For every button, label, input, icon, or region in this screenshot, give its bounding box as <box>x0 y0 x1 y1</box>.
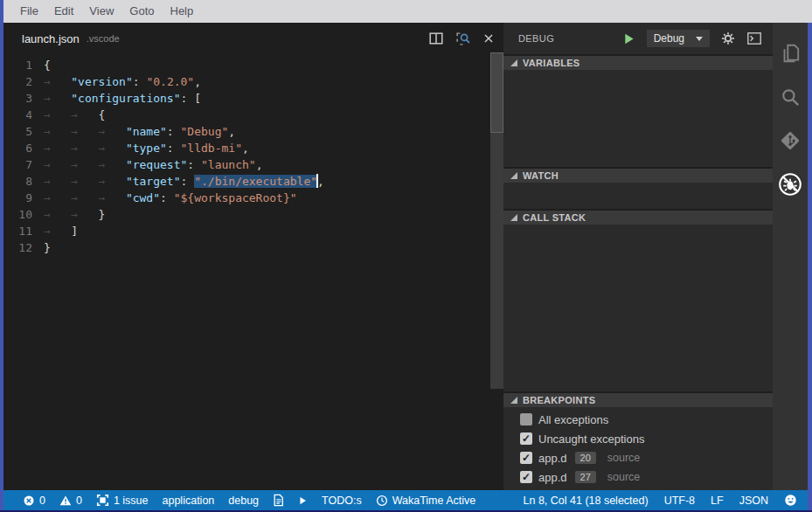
call-stack-panel[interactable] <box>503 225 773 391</box>
section-header-breakpoints[interactable]: BREAKPOINTS <box>503 391 773 407</box>
launch-configuration-dropdown[interactable]: Debug <box>647 30 710 47</box>
line-number[interactable]: 7 <box>3 156 44 173</box>
explorer-icon[interactable] <box>773 33 808 77</box>
breakpoint-label: Uncaught exceptions <box>538 432 644 446</box>
line-number[interactable]: 1 <box>3 57 44 73</box>
breakpoint-row[interactable]: ✓app.d27source <box>503 467 773 487</box>
section-header-watch[interactable]: WATCH <box>503 167 773 183</box>
line-number[interactable]: 8 <box>3 173 44 190</box>
line-number[interactable]: 11 <box>3 223 44 239</box>
tab-whitespace-icon: → <box>71 140 98 156</box>
scrollbar-slider[interactable] <box>490 52 503 133</box>
line-number[interactable]: 10 <box>3 206 44 223</box>
status-label: WakaTime Active <box>392 495 476 507</box>
code-token: { <box>44 59 51 72</box>
code-line[interactable]: 2→"version": "0.2.0", <box>3 73 490 90</box>
code-line[interactable]: 12} <box>3 239 490 256</box>
run-icon[interactable] <box>298 495 308 506</box>
code-token: "0.2.0" <box>146 75 194 88</box>
tab-whitespace-icon: → <box>44 190 71 206</box>
code-line[interactable]: 3→"configurations": [ <box>3 90 490 107</box>
checkbox-checked[interactable]: ✓ <box>520 452 532 464</box>
code-token: "lldb-mi" <box>181 142 242 155</box>
section-label: VARIABLES <box>523 58 580 68</box>
debug-icon[interactable] <box>773 164 808 208</box>
debug-toolbar: DEBUG Debug <box>503 23 773 54</box>
close-editor-icon[interactable] <box>482 32 495 45</box>
section-label: BREAKPOINTS <box>523 395 595 405</box>
tab-whitespace-icon: → <box>71 206 98 223</box>
todos[interactable]: TODO:s <box>322 495 362 507</box>
line-number[interactable]: 4 <box>3 107 44 123</box>
code-editor[interactable]: 1{2→"version": "0.2.0",3→"configurations… <box>3 54 490 490</box>
code-token: : <box>181 175 195 188</box>
split-editor-icon[interactable] <box>429 31 443 45</box>
code-line[interactable]: 11→] <box>3 223 490 239</box>
code-line[interactable]: 9→→→"cwd": "${workspaceRoot}" <box>3 190 490 206</box>
menu-item-file[interactable]: File <box>12 0 46 23</box>
status-label: 0 <box>39 495 45 507</box>
section-header-variables[interactable]: VARIABLES <box>503 54 773 70</box>
source-control-icon[interactable] <box>773 121 808 164</box>
status-label: 1 issue <box>114 495 149 507</box>
wakatime[interactable]: WakaTime Active <box>376 495 476 507</box>
debug-console-icon[interactable] <box>746 32 762 45</box>
breakpoint-row[interactable]: ✓Uncaught exceptions <box>503 429 773 448</box>
menu-item-view[interactable]: View <box>81 0 121 23</box>
line-number[interactable]: 3 <box>3 90 44 107</box>
line-number[interactable]: 6 <box>3 140 44 156</box>
issues[interactable]: 1 issue <box>96 494 149 507</box>
start-debug-button[interactable] <box>622 32 635 45</box>
line-number[interactable]: 12 <box>3 239 44 256</box>
search-icon[interactable] <box>773 77 808 121</box>
editor-scrollbar[interactable] <box>490 52 503 389</box>
warning-count[interactable]: 0 <box>59 495 82 507</box>
tab-whitespace-icon: → <box>71 123 98 140</box>
warning-icon <box>59 495 72 507</box>
status-label: debug <box>228 495 259 507</box>
tab-whitespace-icon: → <box>44 173 71 190</box>
line-number[interactable]: 9 <box>3 190 44 206</box>
code-line[interactable]: 4→→{ <box>3 107 490 123</box>
code-token: : <box>133 75 147 88</box>
sidebar-title: DEBUG <box>518 33 611 44</box>
code-token: : [ <box>181 92 201 105</box>
menu-item-edit[interactable]: Edit <box>46 0 81 23</box>
document-icon[interactable] <box>273 494 284 507</box>
configure-gear-icon[interactable] <box>721 31 735 45</box>
code-line[interactable]: 1{ <box>3 57 490 73</box>
cursor-position[interactable]: Ln 8, Col 41 (18 selected) <box>524 495 649 507</box>
tab-whitespace-icon: → <box>99 140 126 156</box>
encoding[interactable]: UTF-8 <box>664 495 695 507</box>
section-header-call-stack[interactable]: CALL STACK <box>503 209 773 225</box>
line-number[interactable]: 2 <box>3 73 44 90</box>
task-application[interactable]: application <box>163 495 215 507</box>
section-label: CALL STACK <box>523 212 586 223</box>
code-line[interactable]: 5→→→"name": "Debug", <box>3 123 490 140</box>
breakpoint-detail: source <box>607 452 641 464</box>
code-token: : <box>187 158 201 171</box>
checkbox-unchecked[interactable] <box>520 413 532 426</box>
code-line[interactable]: 6→→→"type": "lldb-mi", <box>3 140 490 156</box>
window-border-left <box>0 0 3 512</box>
error-icon <box>23 495 35 507</box>
error-count[interactable]: 0 <box>23 495 45 507</box>
menu-item-help[interactable]: Help <box>163 0 202 23</box>
breakpoint-row[interactable]: ✓app.d20source <box>503 448 773 467</box>
breakpoint-row[interactable]: All exceptions <box>503 410 773 429</box>
eol[interactable]: LF <box>711 495 724 507</box>
open-preview-icon[interactable] <box>455 31 470 46</box>
code-line[interactable]: 8→→→"target": "./bin/executable", <box>3 173 490 190</box>
line-number[interactable]: 5 <box>3 123 44 140</box>
tab-whitespace-icon: → <box>44 156 71 173</box>
checkbox-checked[interactable]: ✓ <box>520 471 532 483</box>
language-mode[interactable]: JSON <box>739 495 768 507</box>
code-line[interactable]: 7→→→"request": "launch", <box>3 156 490 173</box>
code-line[interactable]: 10→→} <box>3 206 490 223</box>
feedback-smiley-icon[interactable] <box>784 494 797 507</box>
menu-item-goto[interactable]: Goto <box>121 0 162 23</box>
variables-panel[interactable] <box>503 70 773 167</box>
task-debug[interactable]: debug <box>228 495 259 507</box>
watch-panel[interactable] <box>503 183 773 209</box>
checkbox-checked[interactable]: ✓ <box>520 432 532 445</box>
